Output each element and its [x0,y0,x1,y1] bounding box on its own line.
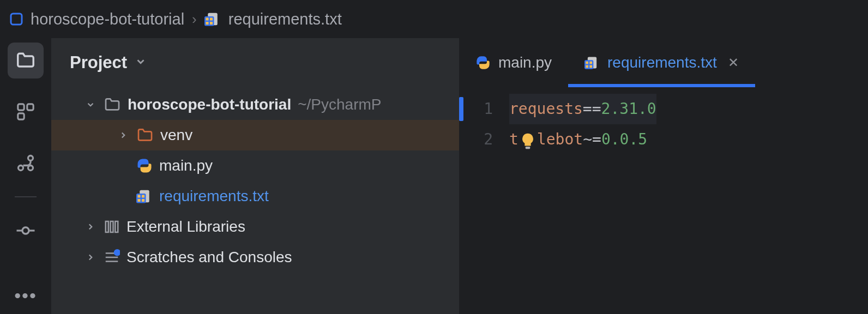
project-panel: Project horoscope-bot-tutorial ~/Pycharm… [51,38,459,314]
editor-area: main.py requirements.txt ✕ 1 2 requests=… [459,38,868,314]
tree-external-libraries[interactable]: External Libraries [51,212,459,242]
tree-requirements-label: requirements.txt [159,188,269,205]
requirements-file-icon [204,11,221,27]
token-package: requests [509,100,583,118]
close-icon[interactable]: ✕ [728,55,739,70]
code-line[interactable]: tlebot~=0.0.5 [509,124,656,155]
requirements-file-icon [584,55,600,70]
svg-rect-20 [138,199,141,202]
chevron-right-icon[interactable] [84,222,97,232]
tree-scratches-label: Scratches and Consoles [126,249,292,266]
svg-rect-8 [27,104,33,110]
tab-requirements[interactable]: requirements.txt ✕ [568,38,755,87]
tree-scratches[interactable]: Scratches and Consoles [51,242,459,273]
left-toolstrip: ••• [0,38,51,314]
token-operator: == [583,100,601,118]
svg-rect-3 [206,18,208,21]
editor-tabs: main.py requirements.txt ✕ [459,38,868,87]
svg-point-12 [28,166,33,171]
token-version: 2.31.0 [601,100,656,118]
chevron-down-icon[interactable] [84,100,97,110]
svg-rect-32 [589,62,592,64]
chevron-right-icon[interactable] [117,130,130,140]
svg-point-13 [22,227,29,234]
tab-main-py[interactable]: main.py [459,38,568,87]
tree-extlibs-label: External Libraries [126,218,245,235]
code-line[interactable]: requests==2.31.0 [509,94,656,124]
folder-excluded-icon [136,126,154,144]
tree-root[interactable]: horoscope-bot-tutorial ~/PycharmP [51,89,459,120]
gutter: 1 2 [459,87,509,155]
line-number: 2 [459,124,509,155]
toolstrip-separator [15,196,37,197]
breadcrumb: horoscope-bot-tutorial › requirements.tx… [0,0,868,38]
breadcrumb-file[interactable]: requirements.txt [228,10,342,28]
tree-root-label: horoscope-bot-tutorial [128,96,291,113]
svg-rect-31 [586,62,588,64]
tree-venv[interactable]: venv [51,120,459,150]
tree-main-label: main.py [159,157,213,174]
commit-tool-button[interactable] [8,213,44,249]
structure-tool-button[interactable] [8,94,44,130]
vcs-tool-button[interactable] [8,145,44,181]
tree-venv-label: venv [160,126,192,144]
scratches-icon [104,249,120,265]
svg-rect-4 [210,18,213,21]
svg-rect-0 [11,14,22,25]
svg-rect-5 [206,22,208,25]
project-tool-button[interactable] [8,43,44,78]
token-package: t [509,130,519,148]
tree-main-py[interactable]: · main.py [51,150,459,181]
chevron-right-icon: › [192,11,197,28]
svg-rect-24 [115,221,118,232]
svg-rect-18 [138,195,141,198]
svg-rect-33 [586,65,588,68]
line-number: 1 [459,94,509,124]
more-tools-button[interactable]: ••• [14,285,37,306]
code-editor[interactable]: 1 2 requests==2.31.0 tlebot~=0.0.5 [459,87,868,155]
token-version: 0.0.5 [601,130,647,148]
chevron-right-icon[interactable] [84,252,97,262]
svg-rect-9 [18,113,24,119]
tree-root-hint: ~/PycharmP [298,96,381,113]
project-square-icon [10,13,23,26]
project-tree: horoscope-bot-tutorial ~/PycharmP venv ·… [51,87,459,273]
svg-point-10 [28,156,33,161]
project-panel-header[interactable]: Project [51,38,459,87]
svg-point-28 [114,249,120,256]
svg-point-11 [19,166,23,171]
svg-rect-6 [210,22,213,25]
svg-rect-35 [526,147,531,149]
token-operator: ~= [583,130,601,148]
svg-rect-7 [18,104,24,110]
svg-rect-21 [142,199,144,202]
project-panel-title: Project [70,53,127,73]
intention-bulb-icon[interactable] [519,130,537,149]
svg-rect-23 [111,221,113,232]
library-icon [104,219,120,235]
python-file-icon [136,158,153,174]
tab-main-label: main.py [498,54,552,71]
svg-rect-22 [106,221,108,232]
svg-rect-34 [589,65,592,68]
breadcrumb-project[interactable]: horoscope-bot-tutorial [31,10,184,28]
folder-icon [104,96,121,113]
tab-req-label: requirements.txt [607,54,717,71]
svg-rect-19 [142,195,144,198]
tree-requirements[interactable]: · requirements.txt [51,181,459,212]
python-file-icon [475,55,491,70]
requirements-file-icon [136,188,153,204]
chevron-down-icon[interactable] [135,56,147,70]
